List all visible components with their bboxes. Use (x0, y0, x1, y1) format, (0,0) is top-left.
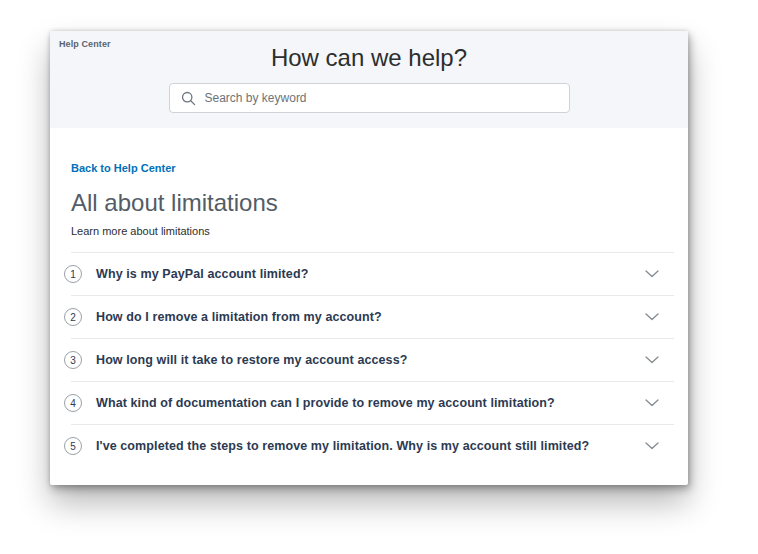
help-center-card: Help Center How can we help? Back to Hel… (50, 31, 688, 485)
faq-number-badge: 2 (64, 308, 82, 326)
faq-question: What kind of documentation can I provide… (96, 396, 555, 410)
faq-list: 1 Why is my PayPal account limited? 2 Ho… (71, 252, 674, 467)
search-input[interactable] (205, 91, 558, 105)
faq-question: How long will it take to restore my acco… (96, 353, 407, 367)
faq-number-badge: 1 (64, 265, 82, 283)
card-body: Back to Help Center All about limitation… (50, 128, 688, 467)
page-heading: How can we help? (50, 31, 688, 72)
help-center-label[interactable]: Help Center (59, 39, 111, 49)
page-subtitle: Learn more about limitations (71, 225, 674, 238)
faq-item[interactable]: 3 How long will it take to restore my ac… (71, 338, 674, 381)
faq-question: I've completed the steps to remove my li… (96, 439, 589, 453)
back-to-help-center-link[interactable]: Back to Help Center (71, 162, 176, 175)
chevron-down-icon (645, 313, 659, 321)
page-title: All about limitations (71, 190, 674, 216)
faq-number-badge: 4 (64, 394, 82, 412)
faq-number-badge: 5 (64, 437, 82, 455)
card-header: Help Center How can we help? (50, 31, 688, 128)
search-box[interactable] (169, 83, 570, 113)
faq-question: Why is my PayPal account limited? (96, 267, 308, 281)
faq-item[interactable]: 2 How do I remove a limitation from my a… (71, 295, 674, 338)
chevron-down-icon (645, 270, 659, 278)
faq-item[interactable]: 4 What kind of documentation can I provi… (71, 381, 674, 424)
faq-item[interactable]: 1 Why is my PayPal account limited? (71, 252, 674, 295)
faq-item[interactable]: 5 I've completed the steps to remove my … (71, 424, 674, 467)
faq-question: How do I remove a limitation from my acc… (96, 310, 382, 324)
search-icon (181, 91, 196, 106)
chevron-down-icon (645, 399, 659, 407)
faq-number-badge: 3 (64, 351, 82, 369)
chevron-down-icon (645, 442, 659, 450)
chevron-down-icon (645, 356, 659, 364)
